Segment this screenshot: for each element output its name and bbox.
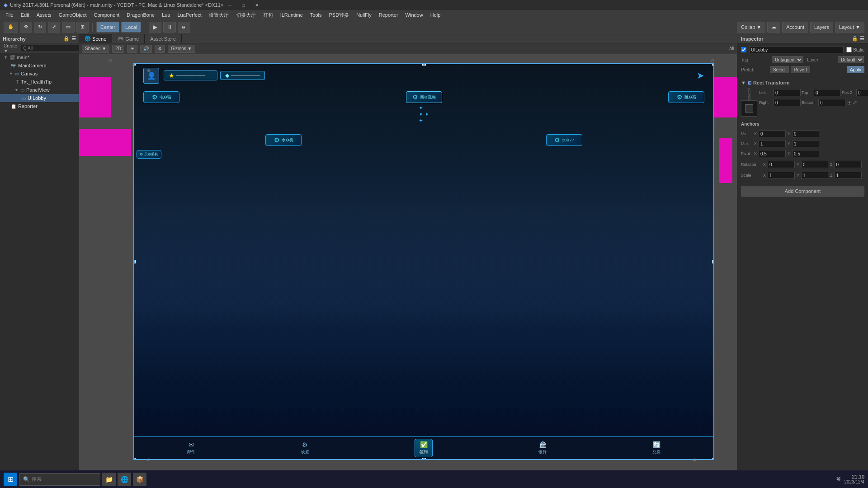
shaded-button[interactable]: Shaded ▼ [82, 45, 109, 53]
pivot-y-input[interactable] [792, 150, 819, 157]
active-checkbox[interactable] [741, 47, 746, 52]
play-button[interactable]: ▶ [149, 22, 161, 33]
account-button[interactable]: Account [782, 22, 808, 33]
add-component-button[interactable]: Add Component [741, 186, 864, 197]
hier-item-main[interactable]: ▼ 🎬 main* [0, 53, 79, 61]
transform-tool[interactable]: ⊞ [76, 22, 89, 33]
min-x-input[interactable] [759, 130, 786, 137]
top-input[interactable] [814, 89, 841, 96]
cloud-button[interactable]: ☁ [767, 22, 780, 33]
menu-lua[interactable]: Lua [158, 11, 174, 19]
menu-mail[interactable]: ✉ 邮件 [187, 441, 195, 455]
search-bar[interactable]: 🔍 搜索 [19, 473, 100, 486]
static-checkbox[interactable] [846, 47, 852, 52]
slot-new-game[interactable]: ⚙ 新⚙沉梅 [406, 91, 442, 103]
hierarchy-search-input[interactable] [21, 45, 83, 52]
hier-item-uilobby[interactable]: ▭ UILobby [0, 94, 79, 102]
menu-tools[interactable]: Tools [307, 11, 326, 19]
hand-tool[interactable]: ✋ [4, 22, 18, 33]
hier-item-txthealthtip[interactable]: T Txt_HealthTip [0, 78, 79, 86]
pivot-x-input[interactable] [759, 150, 786, 157]
menu-edit[interactable]: Edit [17, 11, 33, 19]
select-button[interactable]: Select [770, 66, 789, 73]
minimize-button[interactable]: ─ [223, 0, 236, 9]
center-button[interactable]: Center [96, 22, 119, 33]
left-input[interactable] [774, 89, 801, 96]
menu-luaperfect[interactable]: LuaPerfect [174, 11, 205, 19]
menu-file[interactable]: File [2, 11, 17, 19]
hierarchy-lock-icon[interactable]: 🔒 [63, 36, 70, 42]
anchor-expand-icon[interactable]: ⤢ [853, 99, 857, 106]
step-button[interactable]: ⏭ [178, 22, 190, 33]
posz-input[interactable] [856, 89, 868, 96]
rect-tool[interactable]: ▭ [62, 22, 75, 33]
anchor-grid-icon[interactable]: ⊞ [847, 99, 852, 106]
rot-z-input[interactable] [835, 161, 862, 168]
menu-ilruntime[interactable]: ILRuntime [277, 11, 307, 19]
menu-window[interactable]: Window [402, 11, 427, 19]
inspector-more-icon[interactable]: ☰ [860, 36, 864, 42]
rect-transform-header[interactable]: ▼ ⊞ Rect Transform [741, 78, 864, 87]
menu-psd[interactable]: PSD转换 [326, 11, 353, 19]
hier-item-panelview[interactable]: ▼ ▭ PanelView [0, 86, 79, 94]
right-input[interactable] [774, 99, 801, 106]
hier-item-reporter[interactable]: 📋 Reporter [0, 102, 79, 110]
layers-button[interactable]: Layers [810, 22, 833, 33]
move-tool[interactable]: ✥ [20, 22, 32, 33]
menu-assets[interactable]: Assets [33, 11, 55, 19]
menu-exchange[interactable]: 🔄 兑换 [652, 441, 660, 455]
layer-dropdown[interactable]: Default [838, 56, 864, 63]
menu-setting[interactable]: 设置大厅 [205, 11, 232, 19]
scene-content[interactable]: ◇ ◇ ◇ ◇ � [79, 54, 737, 478]
hier-item-canvas[interactable]: ▼ ▭ Canvas [0, 70, 79, 78]
lights-button[interactable]: ☀ [127, 45, 137, 53]
maximize-button[interactable]: □ [237, 0, 250, 9]
menu-switch[interactable]: 切换大厅 [232, 11, 259, 19]
close-button[interactable]: ✕ [250, 0, 263, 9]
tab-asset-store[interactable]: Asset Store [145, 34, 182, 43]
layout-button[interactable]: Layout ▼ [835, 22, 864, 33]
slot-electric-cat[interactable]: ⚙ 电⚙猫 [143, 91, 179, 103]
slot-water-machine[interactable]: ⚙ 水⚙机 [265, 134, 302, 146]
taskbar-browser[interactable]: 🌐 [118, 473, 131, 486]
menu-help[interactable]: Help [427, 11, 444, 19]
inspector-lock-icon[interactable]: 🔒 [852, 36, 858, 42]
menu-reporter[interactable]: Reporter [375, 11, 402, 19]
object-name-input[interactable] [749, 46, 844, 53]
scale-y-input[interactable] [801, 172, 828, 179]
menu-signin[interactable]: ✅ 签到 [415, 439, 433, 457]
slot-left[interactable]: ⚙ 天⚙采机 [137, 150, 161, 159]
slot-water77[interactable]: ⚙ 水⚙77 [546, 134, 582, 146]
effects-button[interactable]: ⚙ [155, 45, 165, 53]
slot-jump-high[interactable]: ⚙ 跳⚙高 [668, 91, 704, 103]
audio-button[interactable]: 🔊 [140, 45, 152, 53]
menu-settings[interactable]: ⚙ 设置 [301, 441, 309, 455]
scale-x-input[interactable] [768, 172, 795, 179]
collab-button[interactable]: Collab ▼ [737, 22, 765, 33]
max-x-input[interactable] [759, 140, 786, 147]
revert-button[interactable]: Revert [791, 66, 810, 73]
hier-item-maincamera[interactable]: 📷 MainCamera [0, 61, 79, 70]
local-button[interactable]: Local [121, 22, 141, 33]
apply-button[interactable]: Apply [847, 66, 864, 73]
menu-pack[interactable]: 打包 [259, 11, 277, 19]
taskbar-app3[interactable]: 📦 [133, 473, 146, 486]
start-button[interactable]: ⊞ [4, 473, 17, 486]
hierarchy-more-icon[interactable]: ☰ [71, 36, 76, 42]
pause-button[interactable]: ⏸ [163, 22, 176, 33]
rot-y-input[interactable] [801, 161, 828, 168]
tag-dropdown[interactable]: Untagged [772, 56, 803, 63]
min-y-input[interactable] [792, 130, 819, 137]
scale-z-input[interactable] [835, 172, 862, 179]
tab-scene[interactable]: 🌐 Scene [79, 34, 112, 43]
menu-bank[interactable]: 🏦 银行 [538, 441, 547, 455]
scale-tool[interactable]: ⤢ [48, 22, 60, 33]
menu-dragonbone[interactable]: DragonBone [123, 11, 158, 19]
gizmos-button[interactable]: Gizmos ▼ [168, 45, 195, 53]
rot-x-input[interactable] [768, 161, 795, 168]
taskbar-files[interactable]: 📁 [102, 473, 116, 486]
hierarchy-create-button[interactable]: Create ▼ [2, 42, 19, 54]
2d-button[interactable]: 2D [112, 45, 124, 53]
bottom-input[interactable] [818, 99, 845, 106]
menu-component[interactable]: Component [90, 11, 123, 19]
